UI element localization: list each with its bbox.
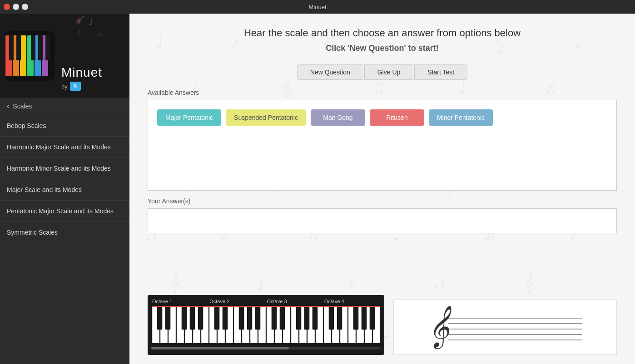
your-answers-label: Your Answer(s) <box>148 197 617 205</box>
sidebar-item-harmonic-major[interactable]: Harmonic Major Scale and its Modes <box>0 137 129 158</box>
svg-rect-47 <box>157 307 162 330</box>
answer-chip-man-gong[interactable]: Man Gong <box>311 109 365 126</box>
answer-chip-ritusen[interactable]: Ritusen <box>370 109 424 126</box>
available-answers-label: Available Answers <box>148 89 617 96</box>
minimize-button[interactable] <box>13 4 19 10</box>
new-question-button[interactable]: New Question <box>297 64 363 80</box>
sidebar-item-harmonic-minor[interactable]: Harmonic Minor Scale and its Modes <box>0 158 129 179</box>
piano-container: Octave 1 Octave 2 Octave 3 Octave 4 /* i… <box>148 295 384 355</box>
svg-rect-7 <box>9 35 14 60</box>
instruction-title: Hear the scale and then choose an answer… <box>148 27 617 39</box>
kde-badge: K <box>70 82 81 91</box>
main-inner: Hear the scale and then choose an answer… <box>129 14 635 364</box>
answer-chip-minor-pentatonic[interactable]: Minor Pentatonic <box>429 109 493 126</box>
svg-text:🎸: 🎸 <box>75 15 85 25</box>
sidebar-item-bebop[interactable]: Bebop Scales <box>0 115 129 137</box>
back-arrow-icon: ‹ <box>7 102 9 110</box>
svg-rect-3 <box>20 35 26 76</box>
brand-by: by K <box>61 82 81 91</box>
give-up-button[interactable]: Give Up <box>364 64 414 80</box>
svg-rect-64 <box>353 307 358 330</box>
close-button[interactable] <box>4 4 10 10</box>
svg-rect-49 <box>182 307 187 330</box>
staff-svg: 𝄞 <box>423 305 587 350</box>
octave-2-label: Octave 2 <box>208 299 266 304</box>
svg-rect-66 <box>370 307 375 330</box>
svg-rect-11 <box>45 35 50 60</box>
instruction-sub: Click 'New Question' to start! <box>148 44 617 53</box>
svg-rect-56 <box>255 307 260 330</box>
answers-box: Major Pentatonic Suspended Pentatonic Ma… <box>148 100 617 191</box>
brand-name: Minuet <box>61 65 102 80</box>
octave-4-label: Octave 4 <box>323 299 381 304</box>
svg-rect-8 <box>16 35 21 60</box>
window-title: Minuet <box>308 4 326 10</box>
toolbar: New Question Give Up Start Test <box>148 64 617 80</box>
window-controls[interactable] <box>4 4 28 10</box>
svg-rect-10 <box>38 35 43 60</box>
app-body: ♩ ♪ ♫ 🎸 Minuet by K <box>0 14 635 364</box>
octave-labels: Octave 1 Octave 2 Octave 3 Octave 4 <box>151 299 381 304</box>
app-logo <box>5 31 55 81</box>
svg-rect-50 <box>190 307 195 330</box>
svg-rect-55 <box>247 307 252 330</box>
bottom-section: Octave 1 Octave 2 Octave 3 Octave 4 /* i… <box>148 295 617 355</box>
sidebar-back-button[interactable]: ‹ Scales <box>0 98 129 115</box>
svg-rect-54 <box>239 307 244 330</box>
sidebar-item-pentatonic-major[interactable]: Pentatonic Major Scale and its Modes <box>0 201 129 222</box>
staff-container: 𝄞 <box>393 300 617 355</box>
svg-rect-57 <box>272 307 277 330</box>
piano-progress-track <box>151 347 381 349</box>
octave-1-label: Octave 1 <box>151 299 208 304</box>
octave-3-label: Octave 3 <box>266 299 323 304</box>
sidebar-item-major[interactable]: Major Scale and its Modes <box>0 179 129 201</box>
svg-rect-62 <box>329 307 334 330</box>
answer-chip-major-pentatonic[interactable]: Major Pentatonic <box>157 109 221 126</box>
sidebar: ♩ ♪ ♫ 🎸 Minuet by K <box>0 14 129 364</box>
svg-rect-65 <box>362 307 367 330</box>
svg-text:𝄞: 𝄞 <box>428 306 451 349</box>
maximize-button[interactable] <box>22 4 28 10</box>
svg-rect-58 <box>280 307 285 330</box>
sidebar-item-symmetric[interactable]: Symmetric Scales <box>0 222 129 243</box>
svg-text:♪: ♪ <box>77 28 81 35</box>
svg-rect-51 <box>198 307 203 330</box>
sidebar-nav: Bebop Scales Harmonic Major Scale and it… <box>0 115 129 243</box>
svg-rect-59 <box>296 307 301 330</box>
title-bar: Minuet <box>0 0 635 14</box>
back-label: Scales <box>13 103 32 110</box>
svg-rect-63 <box>337 307 342 330</box>
svg-text:♩: ♩ <box>89 17 93 27</box>
start-test-button[interactable]: Start Test <box>414 64 467 80</box>
piano-svg[interactable]: /* inline SVG generation done via markup… <box>151 306 381 344</box>
piano-progress-bar <box>151 347 289 349</box>
svg-rect-61 <box>313 307 318 330</box>
svg-rect-60 <box>304 307 309 330</box>
svg-rect-67 <box>152 306 380 307</box>
main-content: ♩ ♪ ♫ ♬ 𝄞 ♩ ♪ 𝄞 ♫ ♩ ♬ 𝄞 ♬ ♩ ♪ ♫ 𝄞 ♫ ♩ ♬ … <box>129 14 635 364</box>
svg-rect-9 <box>31 35 35 60</box>
svg-rect-52 <box>214 307 219 330</box>
sidebar-brand: ♩ ♪ ♫ 🎸 Minuet by K <box>61 18 102 93</box>
svg-rect-48 <box>165 307 170 330</box>
svg-rect-53 <box>223 307 228 330</box>
svg-text:K: K <box>74 84 77 89</box>
answer-chip-suspended-pentatonic[interactable]: Suspended Pentatonic <box>226 109 306 126</box>
svg-text:♫: ♫ <box>98 30 103 38</box>
sidebar-header: ♩ ♪ ♫ 🎸 Minuet by K <box>0 14 129 98</box>
your-answers-box <box>148 208 617 233</box>
